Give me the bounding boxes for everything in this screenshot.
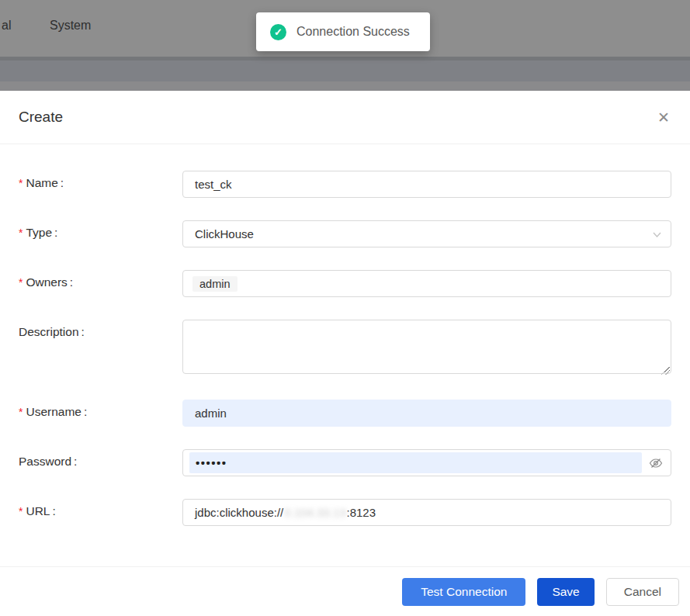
label-colon: : — [81, 325, 85, 338]
description-textarea[interactable] — [182, 320, 671, 374]
username-input[interactable] — [182, 400, 671, 427]
modal-header: Create ✕ — [0, 91, 690, 144]
name-label-text: Name — [26, 176, 57, 189]
success-check-icon: ✓ — [270, 24, 286, 40]
dimmed-content-band-2 — [0, 81, 690, 91]
url-prefix: jdbc:clickhouse:// — [195, 506, 283, 519]
owners-label-text: Owners — [26, 275, 67, 289]
password-label-text: Password — [19, 455, 71, 468]
create-modal: Create ✕ *Name: *Type: ClickHouse — [0, 91, 690, 616]
type-select-value: ClickHouse — [195, 227, 254, 241]
owners-input[interactable]: admin — [182, 270, 671, 297]
url-label: *URL: — [19, 499, 182, 518]
form-row-username: *Username: — [19, 400, 671, 427]
test-connection-button[interactable]: Test Connection — [402, 578, 525, 606]
label-colon: : — [52, 504, 55, 517]
toast-message: Connection Success — [296, 25, 410, 39]
required-mark: * — [19, 227, 23, 239]
owners-label: *Owners: — [19, 270, 182, 289]
toast-connection-success: ✓ Connection Success — [256, 12, 430, 51]
password-field — [182, 449, 671, 476]
required-mark: * — [19, 406, 23, 418]
description-label-text: Description — [19, 325, 79, 338]
name-label: *Name: — [19, 171, 182, 190]
form-row-owners: *Owners: admin — [19, 270, 671, 297]
url-label-text: URL — [26, 504, 50, 517]
type-label: *Type: — [19, 220, 182, 240]
form-row-description: Description: — [19, 320, 671, 377]
form-row-name: *Name: — [19, 171, 671, 198]
tab-partial[interactable]: al — [2, 19, 11, 33]
label-colon: : — [70, 275, 73, 289]
owner-tag: admin — [192, 276, 238, 292]
tab-system[interactable]: System — [50, 19, 91, 33]
form-row-type: *Type: ClickHouse — [19, 220, 671, 247]
cancel-button[interactable]: Cancel — [606, 578, 679, 606]
eye-invisible-icon[interactable] — [649, 456, 663, 470]
label-colon: : — [84, 405, 87, 418]
username-label-text: Username — [26, 405, 81, 418]
name-input[interactable] — [182, 171, 671, 198]
close-icon[interactable]: ✕ — [657, 110, 670, 125]
url-input[interactable]: jdbc:clickhouse://0.104.33.13:8123 — [182, 499, 671, 526]
save-button[interactable]: Save — [537, 578, 594, 606]
password-label: Password: — [19, 449, 182, 469]
required-mark: * — [19, 177, 23, 189]
label-colon: : — [54, 226, 57, 239]
modal-body: *Name: *Type: ClickHouse *Owne — [0, 144, 690, 526]
type-label-text: Type — [26, 226, 52, 239]
required-mark: * — [19, 505, 23, 517]
required-mark: * — [19, 276, 23, 289]
modal-title: Create — [19, 109, 63, 126]
label-colon: : — [61, 176, 64, 189]
type-select[interactable]: ClickHouse — [182, 220, 671, 247]
dimmed-content-band — [0, 61, 690, 81]
chevron-down-icon — [652, 229, 662, 243]
url-redacted-host: 0.104.33.13 — [284, 506, 345, 519]
username-label: *Username: — [19, 400, 182, 419]
modal-footer: Test Connection Save Cancel — [0, 566, 690, 616]
form-row-password: Password: — [19, 449, 671, 476]
form-row-url: *URL: jdbc:clickhouse://0.104.33.13:8123 — [19, 499, 671, 526]
description-label: Description: — [19, 320, 182, 339]
label-colon: : — [74, 455, 77, 468]
password-input[interactable] — [189, 452, 642, 473]
url-suffix: :8123 — [346, 506, 376, 519]
